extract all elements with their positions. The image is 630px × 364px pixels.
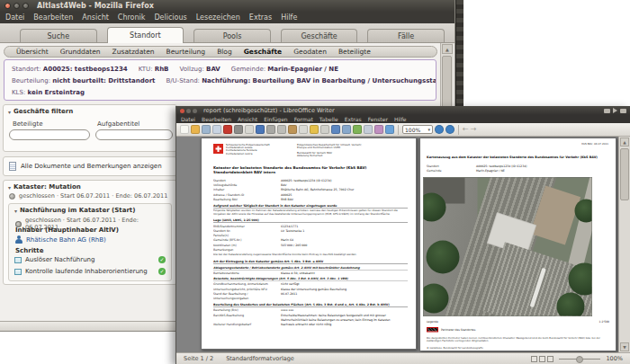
- menu-item[interactable]: Lesezeichen: [196, 13, 240, 22]
- firefox-titlebar[interactable]: Altlast4Web - Mozilla Firefox: [0, 0, 454, 12]
- step-label: Kontrolle laufende Inhaberorientierung: [25, 268, 148, 275]
- toolbar-icon[interactable]: [353, 125, 362, 134]
- field-row: Weiterer Handlungsbedarf Nachweis erbrac…: [213, 322, 408, 326]
- nachfuehrung-title[interactable]: ▾ Nachführung im Kataster (Start): [9, 204, 171, 214]
- menu-item[interactable]: Delicious: [154, 13, 186, 22]
- sub-tab[interactable]: Geodaten: [293, 48, 327, 56]
- sub-tab-bar: ÜbersichtGrunddatenZusatzdatenBeurteilun…: [4, 46, 437, 58]
- menu-item[interactable]: Ansicht: [82, 13, 109, 22]
- menu-item[interactable]: Ansicht: [238, 116, 257, 122]
- sub-tab[interactable]: Zusatzdaten: [112, 48, 155, 56]
- close-button[interactable]: [4, 3, 11, 9]
- view-layout-icon[interactable]: [547, 356, 554, 362]
- toolbar-icon[interactable]: [299, 125, 308, 134]
- scroll-up-icon[interactable]: ▲: [620, 138, 629, 146]
- main-tab[interactable]: Suche: [20, 29, 97, 42]
- toolbar-icon[interactable]: [331, 125, 340, 134]
- view-layout-icon[interactable]: [531, 356, 537, 362]
- zoom-percent[interactable]: 100%: [606, 355, 623, 362]
- task-icon: [14, 269, 22, 275]
- filter-panel-title[interactable]: ▾ Geschäfte filtern: [4, 105, 176, 115]
- toolbar-icon[interactable]: [202, 125, 211, 134]
- maximize-button[interactable]: [193, 109, 197, 113]
- sub-tab[interactable]: Beteiligte: [338, 48, 371, 56]
- zoom-combobox[interactable]: 100% ▾: [402, 125, 433, 134]
- menu-item[interactable]: Format: [294, 116, 313, 122]
- step-row[interactable]: Auslöser Nachführung ✓: [14, 256, 166, 263]
- map-title: Kartenauszug aus dem Kataster der belast…: [427, 155, 609, 159]
- toolbar-icon[interactable]: [310, 125, 319, 134]
- menu-item[interactable]: Datei: [181, 116, 195, 122]
- page-indicator[interactable]: Seite 1 / 2: [184, 355, 213, 362]
- menu-item[interactable]: Chronik: [118, 13, 146, 22]
- info-pair: Vollzug: BAV: [179, 66, 220, 73]
- style-indicator[interactable]: Standardformatvorlage: [226, 355, 294, 362]
- zoom-slider[interactable]: [559, 359, 600, 360]
- toolbar-icon[interactable]: [245, 125, 254, 134]
- menu-item[interactable]: Hilfe: [394, 116, 407, 122]
- menu-item[interactable]: Extras: [345, 116, 362, 122]
- info-line-1: Standort: A00025: testbeops1234KTU: RhBV…: [12, 64, 428, 75]
- sub-tab[interactable]: Beurteilung: [166, 48, 206, 56]
- toolbar-icon[interactable]: [277, 125, 286, 134]
- menu-item[interactable]: Extras: [249, 13, 272, 22]
- menu-item[interactable]: Bearbeiten: [33, 13, 73, 22]
- main-tab[interactable]: Standort: [107, 27, 184, 43]
- aufgabentitel-input[interactable]: [95, 129, 173, 140]
- maximize-button[interactable]: [22, 3, 29, 9]
- close-button[interactable]: [180, 109, 184, 113]
- sub-tab[interactable]: Blog: [217, 48, 232, 56]
- toolbar-icon[interactable]: [385, 125, 394, 134]
- main-tab[interactable]: Geschäfte: [281, 29, 358, 42]
- toolbar-icon[interactable]: [191, 125, 200, 134]
- toolbar-icon[interactable]: [223, 125, 232, 134]
- menu-item[interactable]: Einfügen: [264, 116, 287, 122]
- toolbar-icon[interactable]: [180, 125, 189, 134]
- department-lines: Eidgenössisches Departement für Umwelt, …: [297, 144, 362, 157]
- main-tab[interactable]: Fälle: [367, 29, 445, 42]
- toolbar-icon[interactable]: [320, 125, 329, 134]
- toolbar-icon[interactable]: [234, 125, 243, 134]
- toolbar-icon[interactable]: [256, 125, 265, 134]
- toolbar-icon[interactable]: [266, 125, 275, 134]
- minimize-button[interactable]: [14, 3, 20, 9]
- collapse-icon[interactable]: ▾: [14, 208, 17, 214]
- toolbar-icon[interactable]: [342, 125, 351, 134]
- kataster-panel-title[interactable]: ▾ Kataster: Mutation: [4, 181, 176, 191]
- step-row[interactable]: Kontrolle laufende Inhaberorientierung ✓: [14, 268, 166, 275]
- volume-icon[interactable]: [613, 108, 617, 113]
- sub-tab[interactable]: Geschäfte: [244, 48, 283, 56]
- beteiligte-input[interactable]: [9, 129, 90, 140]
- toolbar-icon[interactable]: [364, 125, 373, 134]
- message-icon[interactable]: [620, 109, 626, 113]
- inhaber-link[interactable]: Rhätische Bahn AG (RhB): [26, 236, 106, 244]
- collapse-icon[interactable]: ▾: [8, 184, 11, 191]
- menu-item[interactable]: Fenster: [368, 116, 388, 122]
- scrollbar-thumb[interactable]: [620, 148, 629, 200]
- toolbar-icon[interactable]: [374, 125, 383, 134]
- back-arrow-icon[interactable]: ←: [463, 125, 469, 134]
- toolbar-icon[interactable]: [212, 125, 221, 134]
- toolbar-separator: [458, 125, 459, 135]
- zoom-button-icon[interactable]: [446, 125, 454, 134]
- collapse-icon[interactable]: ▾: [8, 109, 11, 115]
- menu-item[interactable]: Hilfe: [281, 13, 297, 22]
- keyboard-indicator-icon[interactable]: [604, 109, 610, 113]
- menu-item[interactable]: Tabelle: [320, 116, 338, 122]
- toolbar-icon[interactable]: [288, 125, 297, 134]
- main-tab[interactable]: Pools: [194, 29, 271, 42]
- document-page-1: Schweizerische EidgenossenschaftConfédér…: [201, 138, 417, 350]
- forward-arrow-icon[interactable]: →: [471, 125, 477, 134]
- view-layout-icon[interactable]: [539, 356, 545, 362]
- scroll-down-icon[interactable]: ▼: [620, 342, 629, 351]
- all-documents-link[interactable]: Alle Dokumente und Bemerkungen anzeigen: [21, 163, 162, 170]
- menu-item[interactable]: Bearbeiten: [202, 116, 231, 122]
- writer-scrollbar[interactable]: ▲ ▼: [618, 137, 630, 352]
- sub-tab[interactable]: Grunddaten: [60, 48, 101, 56]
- writer-titlebar[interactable]: report (schreibgeschützt) - LibreOffice …: [176, 106, 630, 115]
- menu-item[interactable]: Datei: [5, 13, 24, 22]
- minimize-button[interactable]: [186, 109, 191, 113]
- zoom-button-icon[interactable]: [435, 125, 444, 134]
- scroll-up-icon[interactable]: ▲: [442, 44, 453, 54]
- sub-tab[interactable]: Übersicht: [16, 48, 49, 56]
